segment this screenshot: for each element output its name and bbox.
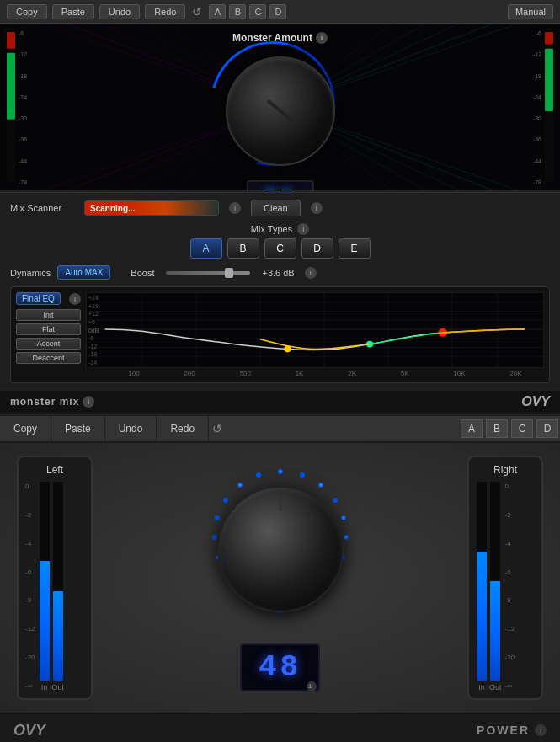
top-toolbar: Copy Paste Undo Redo ↺ A B C D Manual — [0, 0, 560, 24]
svg-point-65 — [319, 483, 323, 487]
boost-slider[interactable] — [166, 271, 250, 275]
right-scale-9: -9 — [505, 596, 515, 604]
bottom-undo-arrow-icon[interactable]: ↺ — [209, 420, 226, 437]
top-copy-button[interactable]: Copy — [7, 4, 47, 19]
mix-type-c-button[interactable]: C — [264, 238, 296, 259]
left-scale-inf: -∞ — [25, 682, 35, 690]
mix-type-e-button[interactable]: E — [339, 238, 371, 259]
right-in-bar-track — [476, 481, 488, 681]
right-in-column: In — [476, 481, 488, 691]
bottom-paste-button[interactable]: Paste — [51, 416, 105, 441]
footer-info-icon[interactable]: i — [83, 396, 94, 408]
top-undo-button[interactable]: Undo — [99, 4, 140, 19]
left-in-label: In — [41, 683, 48, 691]
right-out-bar-track — [489, 481, 501, 681]
main-lcd-info-icon[interactable]: i — [307, 681, 317, 691]
mix-type-a-button[interactable]: A — [190, 238, 222, 259]
eq-graph-area: +24 +18 +12 +6 0dB -6 -12 -18 -24 — [86, 292, 544, 377]
vu-label-neg30-left: -30 — [19, 115, 27, 121]
right-scale-4: -4 — [505, 540, 515, 547]
eq-graph[interactable]: +24 +18 +12 +6 0dB -6 -12 -18 -24 — [86, 292, 544, 368]
top-undo-arrow-icon[interactable]: ↺ — [192, 5, 202, 19]
left-out-bar-track — [52, 481, 64, 681]
top-redo-button[interactable]: Redo — [145, 4, 185, 19]
clean-button[interactable]: Clean — [251, 200, 301, 216]
eq-inner: Final EQ i Init Flat Accent Deaccent — [16, 292, 544, 377]
eq-section: Final EQ i Init Flat Accent Deaccent — [10, 286, 550, 383]
mix-types-info-icon[interactable]: i — [297, 223, 309, 235]
top-letter-c[interactable]: C — [249, 4, 266, 19]
final-eq-button[interactable]: Final EQ — [16, 292, 61, 305]
mix-scanner-info-icon[interactable]: i — [229, 202, 241, 214]
svg-point-69 — [238, 483, 242, 487]
power-info-icon[interactable]: i — [535, 724, 547, 736]
svg-point-47 — [333, 498, 338, 503]
controls-section: Mix Scanner Scanning... i Clean i Mix Ty… — [0, 192, 560, 390]
monster-amount-info-icon[interactable]: i — [316, 32, 328, 44]
eq-freq-500: 500 — [240, 370, 251, 377]
mix-type-b-button[interactable]: B — [227, 238, 259, 259]
monster-mix-brand: monster mix i — [10, 396, 94, 408]
vu-label-neg36-right: -36 — [533, 136, 541, 142]
auto-max-button[interactable]: Auto MAX — [57, 265, 110, 280]
boost-info-icon[interactable]: i — [305, 267, 317, 279]
power-button[interactable]: POWER — [477, 723, 530, 737]
final-eq-info-icon[interactable]: i — [69, 293, 81, 305]
eq-deaccent-button[interactable]: Deaccent — [16, 352, 81, 364]
left-scale-2: -2 — [25, 511, 35, 519]
left-scale-9: -9 — [25, 596, 35, 604]
eq-flat-button[interactable]: Flat — [16, 323, 81, 335]
scanning-text: Scanning... — [90, 204, 135, 213]
manual-button[interactable]: Manual — [508, 4, 553, 19]
top-letter-a[interactable]: A — [209, 4, 226, 19]
svg-point-64 — [279, 470, 282, 473]
monster-mix-label: monster mix — [10, 396, 79, 408]
boost-value: +3.6 dB — [262, 268, 294, 278]
right-scale-12: -12 — [505, 625, 515, 633]
bottom-letter-c-button[interactable]: C — [511, 419, 533, 438]
right-vu-inner: In Out 0 -2 -4 -6 -9 -12 -20 — [476, 481, 535, 691]
main-knob-outer — [196, 465, 365, 633]
left-vu-title: Left — [25, 464, 84, 476]
top-knob-container — [218, 49, 343, 173]
top-paste-button[interactable]: Paste — [52, 4, 94, 19]
eq-accent-button[interactable]: Accent — [16, 338, 81, 350]
bottom-redo-button[interactable]: Redo — [157, 416, 209, 441]
top-letter-d[interactable]: D — [269, 4, 286, 19]
clean-info-icon[interactable]: i — [311, 202, 323, 214]
svg-point-66 — [342, 516, 345, 520]
right-vu-meter: Right In Out 0 — [467, 456, 543, 700]
top-letter-b[interactable]: B — [229, 4, 246, 19]
left-in-bar-track — [39, 481, 51, 681]
dynamics-row: Dynamics Auto MAX Boost +3.6 dB i — [10, 265, 550, 280]
svg-rect-23 — [7, 53, 15, 120]
svg-point-57 — [215, 515, 220, 520]
left-scale-6: -6 — [25, 569, 35, 576]
mix-types-header: Mix Types i — [251, 223, 309, 235]
vu-label-neg78-left: -78 — [19, 179, 27, 185]
left-out-bar-fill — [53, 591, 63, 681]
top-plugin: Copy Paste Undo Redo ↺ A B C D Manual — [0, 0, 560, 413]
top-knob[interactable] — [226, 56, 335, 166]
svg-rect-25 — [545, 32, 553, 45]
boost-label: Boost — [131, 268, 154, 278]
center-knob-wrap: 48 i — [196, 465, 365, 691]
main-knob-body[interactable] — [217, 486, 344, 612]
right-in-bar-fill — [477, 552, 487, 681]
eq-left-controls: Final EQ i Init Flat Accent Deaccent — [16, 292, 81, 364]
vu-label-neg12-left: -12 — [19, 51, 27, 57]
mix-type-d-button[interactable]: D — [301, 238, 333, 259]
vu-label-neg44-right: -44 — [533, 158, 541, 164]
bottom-letter-d-button[interactable]: D — [536, 419, 558, 438]
eq-freq-100: 100 — [128, 370, 139, 377]
bottom-letter-b-button[interactable]: B — [486, 419, 508, 438]
bottom-copy-button[interactable]: Copy — [0, 416, 51, 441]
bottom-undo-button[interactable]: Undo — [105, 416, 157, 441]
bottom-letter-a-button[interactable]: A — [461, 419, 483, 438]
eq-init-button[interactable]: Init — [16, 309, 81, 321]
right-scale-2: -2 — [505, 511, 515, 519]
top-ovy-logo: OVY — [521, 394, 550, 409]
eq-freq-labels: 100 200 500 1K 2K 5K 10K 20K — [86, 370, 544, 377]
vu-scale-right: -6 -12 -18 -24 -30 -36 -44 -78 — [533, 30, 541, 185]
bottom-ovy-logo: OVY — [13, 722, 45, 739]
